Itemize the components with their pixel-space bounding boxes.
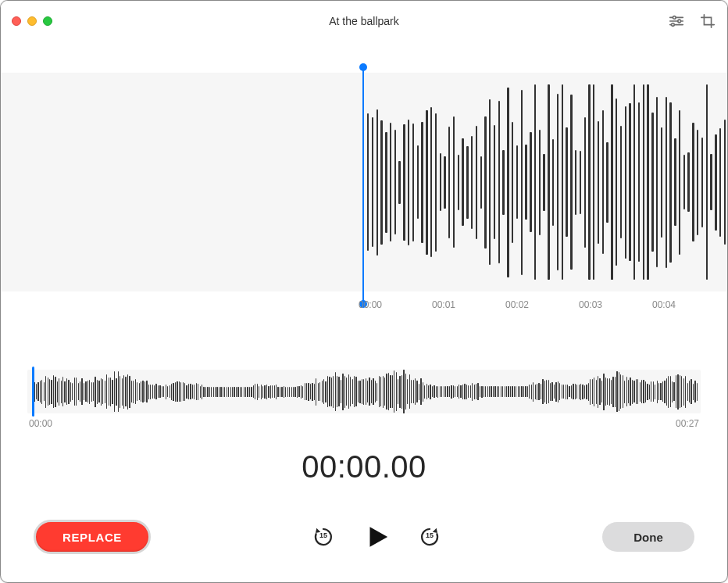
overview-waveform-bar	[255, 384, 255, 399]
overview-waveform-bar	[649, 384, 650, 399]
overview-waveform-bar	[129, 376, 130, 408]
bottom-controls: REPLACE 15 15 Done	[1, 513, 727, 560]
waveform-bar	[562, 84, 563, 280]
overview-waveform-bar	[576, 384, 577, 399]
overview-waveform-bar	[331, 377, 332, 406]
waveform-detail-area[interactable]: 00:0000:0100:0200:0300:040	[1, 73, 727, 309]
overview-waveform-bar	[401, 375, 402, 409]
overview-waveform-bar	[468, 385, 469, 398]
overview-waveform-bar	[632, 380, 633, 404]
waveform-bar	[484, 116, 486, 249]
overview-waveform-bar	[308, 383, 309, 401]
overview-waveform-bar	[611, 380, 612, 404]
overview-waveform-bar	[636, 379, 637, 404]
overview-waveform-bar	[580, 384, 581, 400]
overview-waveform-bar	[293, 387, 294, 397]
overview-waveform-bar	[366, 378, 366, 405]
overview-waveform-bar	[562, 384, 562, 399]
waveform-bar	[692, 123, 694, 241]
overview-waveform-bar	[72, 383, 73, 400]
overview-waveform-bar	[175, 382, 176, 402]
overview-waveform-bar	[441, 386, 442, 397]
waveform-bar	[408, 120, 409, 245]
overview-waveform-bar	[48, 377, 48, 406]
overview-waveform-bar	[200, 386, 201, 398]
overview-waveform-bar	[219, 387, 219, 397]
overview-waveform-bar	[76, 377, 77, 406]
skip-forward-15-button[interactable]: 15	[418, 525, 441, 549]
waveform-bar	[602, 110, 604, 254]
minimize-window-button[interactable]	[27, 16, 37, 26]
overview-waveform-bar	[668, 376, 669, 408]
waveform-bar	[647, 84, 648, 280]
overview-waveform-bar	[253, 385, 254, 398]
overview-waveform-bar	[687, 383, 688, 401]
overview-waveform-bar	[434, 385, 434, 398]
waveform-bar	[458, 155, 459, 210]
overview-waveform-bar	[677, 374, 678, 410]
overview-waveform-bar	[416, 381, 417, 402]
waveform-bar	[448, 127, 450, 238]
overview-waveform-bar	[89, 380, 90, 404]
overview-waveform-bar	[403, 370, 404, 413]
overview-waveform-bar	[131, 381, 132, 402]
overview-waveform-bar	[491, 386, 491, 397]
overview-waveform-bar	[333, 376, 334, 408]
overview-waveform-bar	[297, 386, 298, 398]
waveform-bar	[566, 127, 567, 237]
zoom-window-button[interactable]	[43, 16, 52, 26]
waveform-bar	[620, 126, 622, 238]
overview-waveform-bar	[489, 386, 490, 397]
overview-playhead[interactable]	[32, 367, 34, 417]
overview-waveform-bar	[423, 382, 423, 402]
overview-waveform-bar	[148, 384, 149, 399]
overview-waveform-bar	[396, 372, 397, 411]
skip-back-15-button[interactable]: 15	[312, 525, 335, 549]
overview-waveform-bar	[312, 383, 312, 401]
overview-waveform-bar	[538, 383, 539, 400]
waveform-bar	[666, 97, 667, 268]
overview-waveform-bar	[628, 380, 629, 403]
done-button[interactable]: Done	[602, 522, 694, 552]
overview-waveform-bar	[376, 383, 377, 401]
overview-waveform-bar	[601, 381, 602, 402]
close-window-button[interactable]	[12, 16, 21, 26]
replace-button-label: REPLACE	[62, 531, 122, 544]
settings-sliders-icon[interactable]	[668, 13, 685, 30]
play-button[interactable]	[363, 524, 390, 550]
waveform-bar	[724, 120, 726, 245]
waveform-bar	[701, 138, 703, 227]
overview-waveform-bar	[383, 376, 384, 408]
trim-crop-icon[interactable]	[699, 13, 716, 30]
waveform-bar	[584, 117, 586, 248]
waveform-bar	[674, 138, 676, 226]
skip-forward-seconds-label: 15	[418, 531, 441, 539]
waveform-bar	[516, 145, 518, 219]
svg-point-1	[673, 16, 676, 19]
waveform-overview[interactable]	[27, 370, 701, 413]
overview-waveform-bar	[305, 383, 305, 400]
overview-waveform-bar	[512, 386, 512, 397]
overview-waveform-bar	[244, 387, 244, 397]
playhead[interactable]	[362, 67, 364, 304]
overview-waveform-bar	[685, 376, 686, 408]
overview-waveform-bar	[676, 375, 676, 408]
overview-waveform-bar	[154, 385, 155, 399]
overview-waveform-bar	[284, 386, 284, 398]
overview-waveform-bar	[569, 386, 569, 397]
overview-waveform-bar	[74, 377, 75, 406]
overview-waveform-bar	[227, 387, 227, 397]
overview-waveform-bar	[223, 387, 223, 397]
waveform-bar	[606, 142, 608, 223]
overview-waveform-bar	[670, 376, 671, 407]
overview-waveform-bar	[474, 384, 475, 399]
overview-waveform-bar	[192, 384, 193, 399]
overview-waveform-bar	[155, 384, 156, 399]
replace-button[interactable]: REPLACE	[34, 520, 151, 554]
overview-waveform-bar	[224, 387, 225, 397]
overview-waveform-bar	[158, 385, 159, 398]
overview-waveform-bar	[457, 386, 458, 397]
overview-waveform-bar	[426, 384, 427, 399]
overview-waveform-bar	[641, 380, 642, 403]
overview-waveform-bar	[390, 375, 391, 408]
